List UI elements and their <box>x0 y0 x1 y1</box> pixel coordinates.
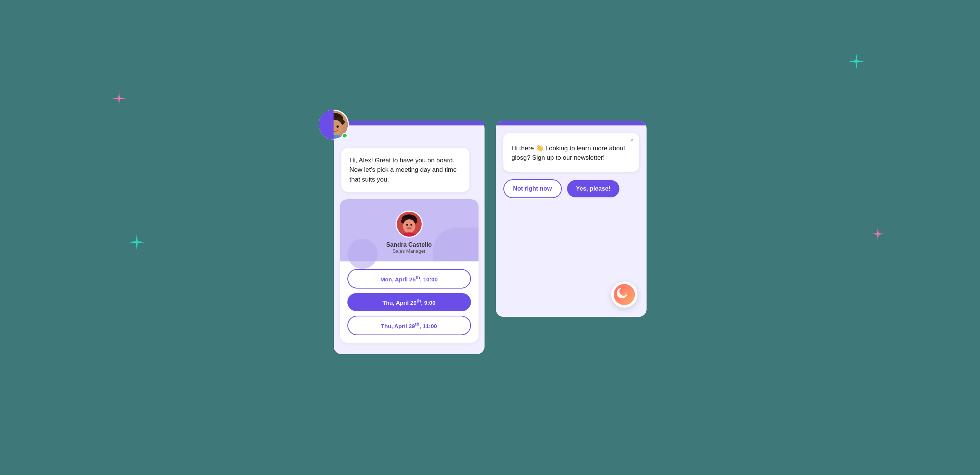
right-card-header-bar <box>496 121 647 126</box>
chat-message-text: Hi, Alex! Great to have you on board. No… <box>350 157 457 183</box>
svg-point-5 <box>336 126 339 128</box>
agent-area <box>319 110 349 140</box>
booking-bg-circle <box>347 239 377 269</box>
sales-rep-name: Sandra Castello <box>386 241 432 248</box>
newsletter-popup-text: Hi there 👋 Looking to learn more about g… <box>512 143 631 163</box>
slot-button-3[interactable]: Thu, April 29th, 11:00 <box>347 316 471 335</box>
online-status-dot <box>342 133 347 138</box>
slot-button-1[interactable]: Mon, April 25th, 10:00 <box>347 269 471 289</box>
launcher-inner <box>614 284 635 305</box>
decline-button[interactable]: Not right now <box>503 179 562 198</box>
booking-card: Sandra Castello Sales Manager Mon, April… <box>340 199 479 343</box>
sales-rep-avatar <box>396 211 423 238</box>
popup-actions: Not right now Yes, please! <box>503 179 639 198</box>
close-button[interactable]: × <box>630 138 633 143</box>
svg-point-11 <box>406 224 408 226</box>
left-chat-card: Hi, Alex! Great to have you on board. No… <box>334 121 485 354</box>
agent-avatar-container <box>319 110 349 140</box>
right-chat-card: × Hi there 👋 Looking to learn more about… <box>496 121 647 317</box>
left-card-header-bar <box>334 121 485 126</box>
booking-header: Sandra Castello Sales Manager <box>340 199 479 261</box>
svg-point-10 <box>403 219 415 233</box>
chat-message-bubble: Hi, Alex! Great to have you on board. No… <box>341 148 469 192</box>
accept-button[interactable]: Yes, please! <box>567 180 620 197</box>
booking-bg-shape <box>433 227 479 261</box>
svg-point-12 <box>410 224 412 226</box>
right-card-body: × Hi there 👋 Looking to learn more about… <box>496 126 647 317</box>
sales-rep-title: Sales Manager <box>393 248 425 254</box>
slot-button-2[interactable]: Thu, April 29th, 9:00 <box>347 293 471 311</box>
svg-point-13 <box>407 227 411 230</box>
booking-slots: Mon, April 25th, 10:00 Thu, April 29th, … <box>340 261 479 343</box>
newsletter-popup: × Hi there 👋 Looking to learn more about… <box>503 133 639 172</box>
svg-point-17 <box>619 288 628 296</box>
giosg-launcher[interactable] <box>611 281 638 308</box>
